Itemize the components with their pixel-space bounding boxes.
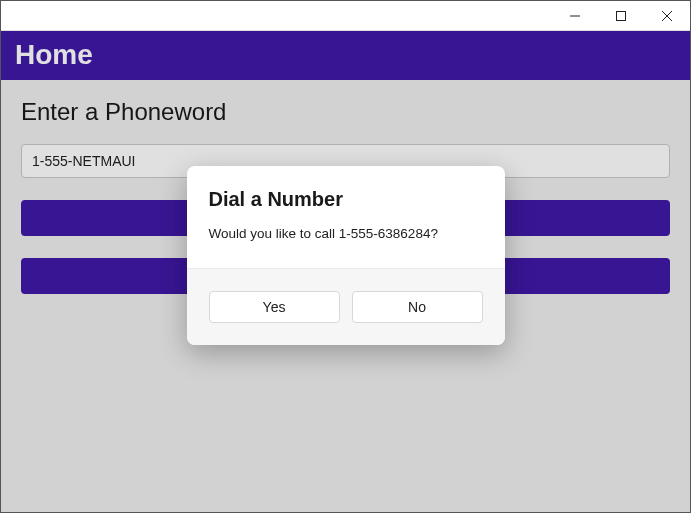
dial-dialog: Dial a Number Would you like to call 1-5… bbox=[187, 166, 505, 345]
dialog-body: Dial a Number Would you like to call 1-5… bbox=[187, 166, 505, 268]
no-button[interactable]: No bbox=[352, 291, 483, 323]
maximize-icon bbox=[616, 11, 626, 21]
minimize-button[interactable] bbox=[552, 1, 598, 30]
minimize-icon bbox=[570, 11, 580, 21]
dialog-message: Would you like to call 1-555-6386284? bbox=[209, 225, 483, 244]
close-button[interactable] bbox=[644, 1, 690, 30]
close-icon bbox=[662, 11, 672, 21]
dialog-actions: Yes No bbox=[187, 268, 505, 345]
maximize-button[interactable] bbox=[598, 1, 644, 30]
modal-overlay: Dial a Number Would you like to call 1-5… bbox=[1, 31, 690, 512]
dialog-title: Dial a Number bbox=[209, 188, 483, 211]
window-titlebar bbox=[1, 1, 690, 31]
svg-rect-1 bbox=[617, 11, 626, 20]
yes-button[interactable]: Yes bbox=[209, 291, 340, 323]
